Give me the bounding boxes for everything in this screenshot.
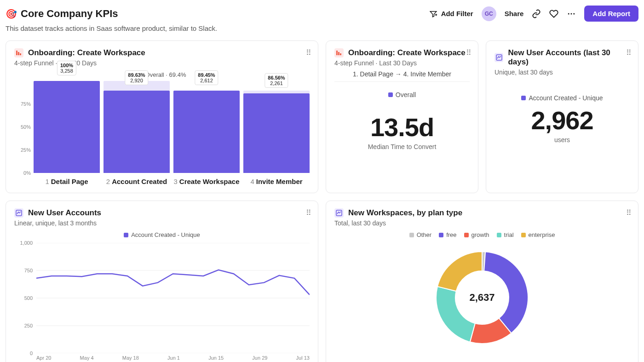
chart-icon bbox=[334, 208, 344, 218]
legend-label: Overall · 69.4% bbox=[145, 71, 186, 78]
funnel-bar: 89.45%2,612 bbox=[173, 81, 240, 173]
card-title: Onboarding: Create Workspace bbox=[348, 48, 466, 57]
legend-swatch bbox=[388, 92, 393, 97]
legend-label: Overall bbox=[396, 91, 416, 98]
card-subtitle: Unique, last 30 days bbox=[494, 69, 630, 76]
svg-point-2 bbox=[568, 13, 569, 14]
card-title: New User Accounts (last 30 days) bbox=[508, 48, 630, 67]
drag-handle-icon[interactable]: ⠿ bbox=[306, 48, 311, 57]
card-median-time: ⠿ Onboarding: Create Workspace 4-step Fu… bbox=[326, 40, 478, 193]
svg-rect-6 bbox=[18, 52, 19, 55]
chart-icon bbox=[14, 208, 23, 218]
svg-point-3 bbox=[571, 13, 572, 14]
donut-slice bbox=[437, 252, 482, 291]
funnel-step-label: 4Invite Member bbox=[243, 178, 310, 185]
svg-rect-8 bbox=[336, 51, 338, 55]
legend-swatch bbox=[497, 233, 501, 237]
page-header: 🎯 Core Company KPIs Add Filter GC Share … bbox=[6, 6, 638, 22]
funnel-step-labels: 1Detail Page2Account Created3Create Work… bbox=[14, 178, 310, 185]
card-title: Onboarding: Create Workspace bbox=[28, 48, 145, 57]
svg-rect-5 bbox=[16, 51, 17, 55]
funnel-step-label: 2Account Created bbox=[104, 178, 170, 185]
donut-chart: 2,637 bbox=[429, 245, 535, 351]
funnel-icon bbox=[334, 48, 344, 57]
dashboard-grid: ⠿ Onboarding: Create Workspace 4-step Fu… bbox=[6, 40, 638, 362]
line-chart: 02505007501,000 bbox=[14, 243, 310, 353]
filter-icon bbox=[429, 10, 437, 18]
legend-label: Account Created - Unique bbox=[131, 231, 200, 238]
page-emoji-icon: 🎯 bbox=[6, 8, 17, 19]
metric-value: 13.5d bbox=[334, 112, 470, 142]
add-filter-label: Add Filter bbox=[441, 10, 473, 17]
donut-center-value: 2,637 bbox=[469, 292, 494, 304]
user-avatar[interactable]: GC bbox=[482, 6, 496, 21]
share-button[interactable]: Share bbox=[505, 10, 524, 17]
page-subtitle: This dataset tracks actions in Saas soft… bbox=[6, 24, 638, 32]
chart-icon bbox=[494, 53, 503, 62]
funnel-bar: 86.56%2,261 bbox=[243, 81, 310, 173]
drag-handle-icon[interactable]: ⠿ bbox=[306, 208, 311, 217]
page-title: Core Company KPIs bbox=[21, 8, 118, 20]
card-subtitle: Total, last 30 days bbox=[334, 219, 630, 227]
add-report-button[interactable]: Add Report bbox=[584, 6, 638, 22]
legend-swatch bbox=[439, 233, 443, 237]
card-new-users-line: ⠿ New User Accounts Linear, unique, last… bbox=[6, 201, 318, 362]
drag-handle-icon[interactable]: ⠿ bbox=[466, 48, 472, 57]
card-subtitle: Linear, unique, last 3 months bbox=[14, 219, 310, 227]
metric-sublabel: Median Time to Convert bbox=[334, 143, 470, 150]
add-filter-button[interactable]: Add Filter bbox=[429, 10, 473, 18]
legend-swatch bbox=[521, 233, 526, 237]
card-subtitle: 4-step Funnel · Last 30 Days bbox=[334, 59, 470, 67]
card-workspaces-donut: ⠿ New Workspaces, by plan type Total, la… bbox=[326, 201, 638, 362]
metric-sublabel: users bbox=[494, 136, 630, 144]
conversion-path: 1. Detail Page → 4. Invite Member bbox=[334, 70, 470, 82]
card-new-users-kpi: ⠿ New User Accounts (last 30 days) Uniqu… bbox=[486, 40, 638, 193]
x-axis-labels: Apr 20May 4May 18Jun 1Jun 15Jun 29Jul 13 bbox=[14, 355, 310, 361]
funnel-bar: 100%3,258 bbox=[34, 81, 100, 173]
legend-swatch bbox=[409, 233, 414, 237]
more-icon[interactable] bbox=[567, 9, 576, 18]
heart-icon[interactable] bbox=[549, 9, 558, 18]
legend-swatch bbox=[464, 233, 469, 237]
card-onboarding-funnel: ⠿ Onboarding: Create Workspace 4-step Fu… bbox=[6, 40, 318, 193]
svg-rect-9 bbox=[338, 52, 339, 55]
svg-rect-10 bbox=[340, 53, 341, 55]
legend-label: Account Created - Unique bbox=[529, 94, 603, 102]
funnel-step-label: 3Create Workspace bbox=[173, 178, 240, 185]
funnel-bar: 89.63%2,920 bbox=[104, 81, 170, 173]
funnel-step-label: 1Detail Page bbox=[34, 178, 100, 185]
svg-rect-7 bbox=[20, 53, 21, 55]
drag-handle-icon[interactable]: ⠿ bbox=[626, 48, 632, 57]
link-icon[interactable] bbox=[532, 9, 541, 18]
drag-handle-icon[interactable]: ⠿ bbox=[626, 208, 632, 217]
funnel-chart: 0%25%50%75% 100%3,25889.63%2,92089.45%2,… bbox=[14, 81, 310, 173]
card-title: New User Accounts bbox=[28, 208, 101, 218]
donut-legend: Other free growth trial enterprise bbox=[334, 231, 630, 238]
metric-value: 2,962 bbox=[494, 105, 630, 135]
funnel-icon bbox=[14, 48, 23, 57]
legend-swatch bbox=[124, 233, 128, 237]
legend-swatch bbox=[521, 96, 526, 100]
svg-point-4 bbox=[574, 13, 575, 14]
card-title: New Workspaces, by plan type bbox=[348, 208, 462, 218]
